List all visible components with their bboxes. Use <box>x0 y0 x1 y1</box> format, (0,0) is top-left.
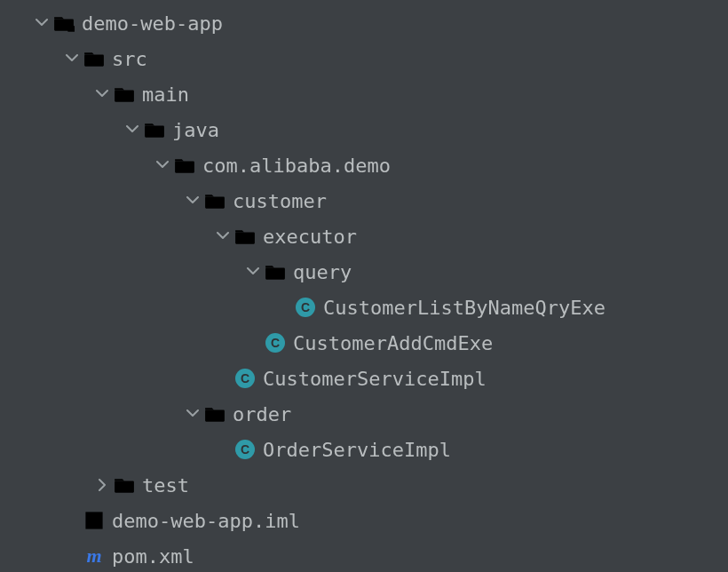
tree-node-class[interactable]: C OrderServiceImpl <box>0 432 728 467</box>
chevron-down-icon[interactable] <box>211 225 234 248</box>
tree-node-iml-file[interactable]: demo-web-app.iml <box>0 503 728 538</box>
tree-node-label: main <box>142 83 189 106</box>
folder-icon <box>114 475 135 495</box>
class-icon: C <box>234 440 256 459</box>
package-icon <box>174 155 195 175</box>
tree-node-module-root[interactable]: demo-web-app <box>0 5 728 41</box>
tree-node-class[interactable]: C CustomerServiceImpl <box>0 361 728 396</box>
source-folder-icon <box>144 120 165 139</box>
module-folder-icon <box>53 13 75 33</box>
tree-node-label: demo-web-app.iml <box>112 510 300 532</box>
project-tree: demo-web-app src main java com.alibaba.d… <box>0 0 728 572</box>
class-icon: C <box>234 369 256 388</box>
tree-node-class[interactable]: C CustomerListByNameQryExe <box>0 290 728 325</box>
tree-node-package[interactable]: query <box>0 254 728 290</box>
tree-node-label: CustomerListByNameQryExe <box>323 297 605 319</box>
package-icon <box>204 404 226 424</box>
tree-node-package[interactable]: order <box>0 396 728 432</box>
package-icon <box>204 191 226 211</box>
tree-node-label: CustomerServiceImpl <box>263 368 487 390</box>
package-icon <box>234 226 256 246</box>
chevron-down-icon[interactable] <box>91 83 114 106</box>
tree-node-folder[interactable]: main <box>0 76 728 112</box>
folder-icon <box>83 49 105 68</box>
tree-node-package[interactable]: executor <box>0 218 728 254</box>
tree-node-folder[interactable]: test <box>0 467 728 503</box>
tree-node-pom-file[interactable]: m pom.xml <box>0 538 728 572</box>
class-icon: C <box>265 333 286 353</box>
chevron-down-icon[interactable] <box>30 12 53 35</box>
maven-file-icon: m <box>83 546 105 566</box>
tree-node-class[interactable]: C CustomerAddCmdExe <box>0 325 728 361</box>
chevron-down-icon[interactable] <box>181 189 204 212</box>
tree-node-package[interactable]: customer <box>0 183 728 218</box>
class-icon: C <box>295 298 316 317</box>
tree-node-label: src <box>112 48 147 70</box>
tree-node-package[interactable]: com.alibaba.demo <box>0 147 728 183</box>
iml-file-icon <box>83 511 105 530</box>
tree-node-label: OrderServiceImpl <box>263 439 451 461</box>
chevron-down-icon[interactable] <box>60 47 83 70</box>
chevron-down-icon[interactable] <box>181 402 204 425</box>
folder-icon <box>114 84 135 104</box>
tree-node-label: demo-web-app <box>82 12 223 35</box>
tree-node-label: query <box>293 261 352 283</box>
tree-node-label: test <box>142 474 189 497</box>
chevron-right-icon[interactable] <box>91 473 114 497</box>
chevron-down-icon[interactable] <box>121 118 144 141</box>
tree-node-label: executor <box>263 226 357 248</box>
tree-node-label: pom.xml <box>112 545 194 568</box>
tree-node-label: java <box>172 119 219 141</box>
chevron-down-icon[interactable] <box>151 154 174 177</box>
tree-node-folder[interactable]: src <box>0 41 728 76</box>
chevron-down-icon[interactable] <box>241 260 265 283</box>
tree-node-label: customer <box>233 190 327 212</box>
package-icon <box>265 262 286 282</box>
tree-node-label: com.alibaba.demo <box>202 155 391 177</box>
tree-node-source-folder[interactable]: java <box>0 112 728 147</box>
tree-node-label: CustomerAddCmdExe <box>293 332 493 354</box>
tree-node-label: order <box>233 403 291 425</box>
